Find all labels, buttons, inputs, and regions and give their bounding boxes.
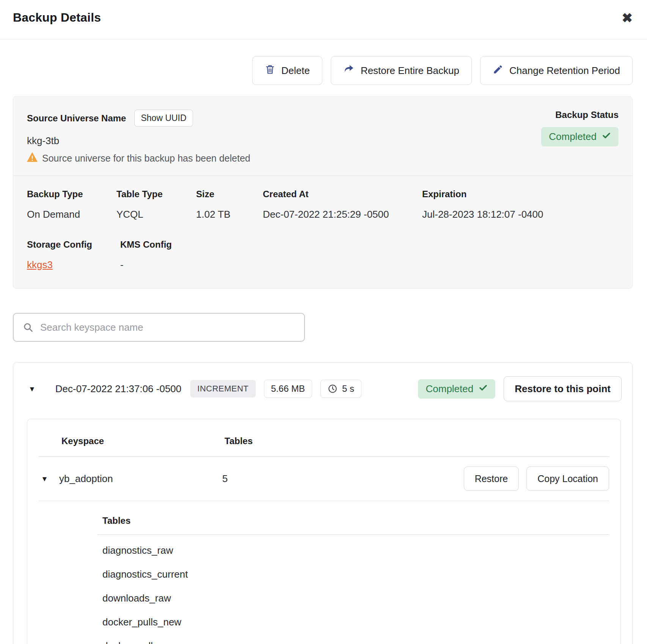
table-type-label: Table Type bbox=[116, 189, 196, 199]
increment-duration-text: 5 s bbox=[342, 383, 354, 394]
show-uuid-button[interactable]: Show UUID bbox=[134, 110, 193, 127]
warning-text: Source universe for this backup has been… bbox=[42, 153, 250, 164]
kms-config-value: - bbox=[120, 259, 619, 271]
list-item: docker_pulls bbox=[102, 634, 609, 644]
status-badge: Completed bbox=[541, 127, 619, 146]
kms-config-field: KMS Config - bbox=[120, 239, 619, 271]
universe-name: kkg-3tb bbox=[27, 135, 250, 147]
keyspace-search bbox=[13, 313, 305, 342]
source-universe-block: Source Universe Name Show UUID kkg-3tb S… bbox=[27, 110, 250, 164]
restore-to-this-point-button[interactable]: Restore to this point bbox=[504, 376, 622, 401]
size-label: Size bbox=[196, 189, 263, 199]
storage-config-field: Storage Config kkgs3 bbox=[27, 239, 120, 271]
increment-size-badge: 5.66 MB bbox=[264, 380, 312, 398]
created-at-label: Created At bbox=[263, 189, 422, 199]
created-at-field: Created At Dec-07-2022 21:25:29 -0500 bbox=[263, 189, 422, 220]
restore-arrow-icon bbox=[343, 64, 355, 78]
universe-deleted-warning: Source universe for this backup has been… bbox=[27, 152, 250, 164]
delete-button-label: Delete bbox=[281, 65, 310, 77]
increment-timestamp: Dec-07-2022 21:37:06 -0500 bbox=[55, 383, 181, 395]
storage-config-label: Storage Config bbox=[27, 239, 120, 250]
kms-config-label: KMS Config bbox=[120, 239, 619, 250]
nested-tables-list: diagnostics_raw diagnostics_current down… bbox=[97, 535, 609, 644]
keyspace-name: yb_adoption bbox=[59, 473, 222, 485]
expiration-label: Expiration bbox=[422, 189, 619, 199]
nested-tables-header: Tables bbox=[97, 515, 609, 535]
clock-icon bbox=[328, 384, 338, 394]
size-value: 1.02 TB bbox=[196, 209, 263, 220]
chevron-down-icon[interactable]: ▼ bbox=[28, 385, 36, 393]
increment-duration-badge: 5 s bbox=[320, 380, 361, 398]
expiration-field: Expiration Jul-28-2023 18:12:07 -0400 bbox=[422, 189, 619, 220]
search-input[interactable] bbox=[40, 322, 295, 333]
backup-status-block: Backup Status Completed bbox=[541, 110, 619, 146]
increment-type-badge: INCREMENT bbox=[190, 380, 255, 397]
source-universe-label: Source Universe Name bbox=[27, 113, 126, 124]
increment-backup-card: ▼ Dec-07-2022 21:37:06 -0500 INCREMENT 5… bbox=[13, 362, 633, 644]
chevron-down-icon[interactable]: ▼ bbox=[39, 475, 59, 482]
table-count: 5 bbox=[222, 473, 228, 485]
change-retention-period-button[interactable]: Change Retention Period bbox=[480, 56, 633, 85]
backup-summary-panel: Source Universe Name Show UUID kkg-3tb S… bbox=[13, 96, 633, 289]
table-row: ▼ yb_adoption 5 Restore Copy Location bbox=[39, 457, 609, 501]
expiration-value: Jul-28-2023 18:12:07 -0400 bbox=[422, 209, 619, 220]
increment-status-text: Completed bbox=[426, 383, 473, 395]
pencil-icon bbox=[493, 64, 503, 77]
keyspace-column-header: Keyspace bbox=[61, 436, 225, 446]
backup-type-value: On Demand bbox=[27, 209, 116, 220]
nested-tables-section: Tables diagnostics_raw diagnostics_curre… bbox=[97, 515, 609, 644]
modal-header: Backup Details ✖ bbox=[0, 0, 647, 39]
list-item: diagnostics_raw bbox=[102, 535, 609, 562]
keyspace-table-header: Keyspace Tables bbox=[39, 419, 609, 457]
delete-button[interactable]: Delete bbox=[252, 56, 322, 85]
size-field: Size 1.02 TB bbox=[196, 189, 263, 220]
check-icon bbox=[479, 383, 488, 395]
warning-icon bbox=[27, 152, 38, 164]
action-bar: Delete Restore Entire Backup Change Rete… bbox=[13, 56, 633, 85]
increment-header: ▼ Dec-07-2022 21:37:06 -0500 INCREMENT 5… bbox=[13, 363, 632, 401]
change-retention-period-label: Change Retention Period bbox=[509, 65, 620, 77]
close-icon[interactable]: ✖ bbox=[621, 11, 634, 25]
list-item: diagnostics_current bbox=[102, 562, 609, 586]
created-at-value: Dec-07-2022 21:25:29 -0500 bbox=[263, 209, 422, 220]
table-type-value: YCQL bbox=[116, 209, 196, 220]
copy-location-button[interactable]: Copy Location bbox=[526, 467, 609, 491]
check-icon bbox=[602, 131, 611, 143]
storage-config-link[interactable]: kkgs3 bbox=[27, 259, 53, 270]
page-title: Backup Details bbox=[13, 11, 101, 25]
status-badge-text: Completed bbox=[549, 131, 597, 143]
search-icon bbox=[23, 322, 33, 333]
list-item: downloads_raw bbox=[102, 586, 609, 610]
backup-type-label: Backup Type bbox=[27, 189, 116, 199]
list-item: docker_pulls_new bbox=[102, 610, 609, 634]
restore-entire-backup-button[interactable]: Restore Entire Backup bbox=[331, 56, 472, 85]
keyspace-table: Keyspace Tables ▼ yb_adoption 5 Restore … bbox=[27, 419, 621, 644]
tables-column-header: Tables bbox=[225, 436, 253, 446]
increment-status-badge: Completed bbox=[418, 379, 495, 399]
restore-button[interactable]: Restore bbox=[464, 467, 519, 491]
trash-icon bbox=[265, 64, 275, 77]
backup-status-label: Backup Status bbox=[555, 110, 619, 120]
table-type-field: Table Type YCQL bbox=[116, 189, 196, 220]
backup-type-field: Backup Type On Demand bbox=[27, 189, 116, 220]
restore-entire-backup-label: Restore Entire Backup bbox=[361, 65, 459, 77]
